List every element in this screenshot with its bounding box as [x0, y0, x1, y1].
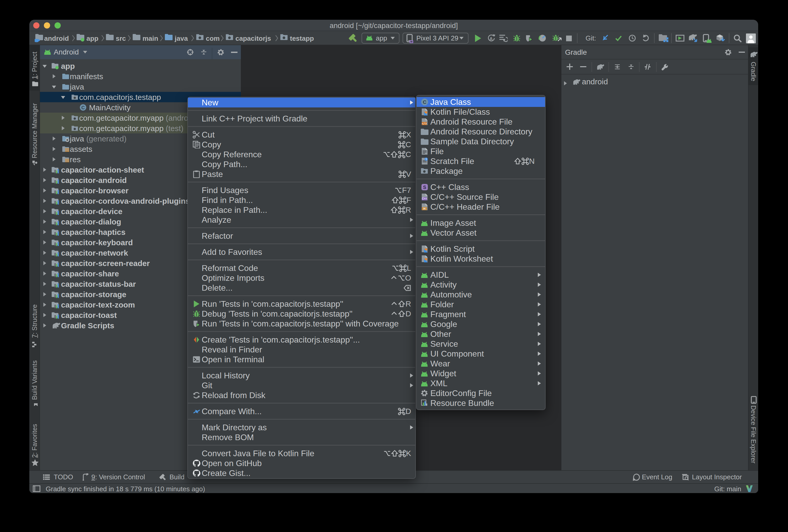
svg-text:A: A	[490, 37, 493, 41]
